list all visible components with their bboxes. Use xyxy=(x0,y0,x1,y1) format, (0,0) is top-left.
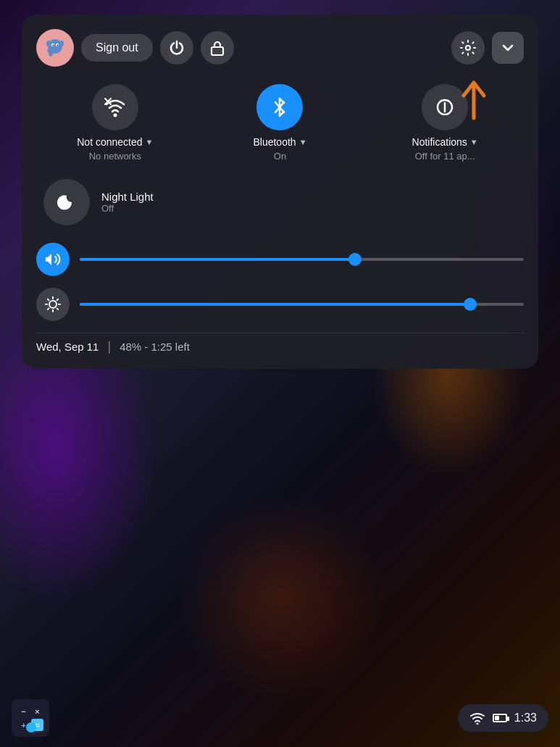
night-light-section: Night Light Off xyxy=(36,179,524,225)
lock-button[interactable] xyxy=(201,31,234,64)
notifications-label: Notifications ▼ xyxy=(412,136,478,148)
night-light-circle xyxy=(43,179,90,225)
notifications-dropdown-arrow: ▼ xyxy=(470,138,478,146)
volume-slider-track[interactable] xyxy=(80,258,524,261)
taskbar: − × + = 1:33 xyxy=(0,689,560,747)
bluetooth-toggle[interactable]: Bluetooth ▼ On xyxy=(201,84,359,162)
wifi-circle xyxy=(92,84,138,130)
wifi-dropdown-arrow: ▼ xyxy=(146,138,154,146)
arrow-indicator xyxy=(458,78,490,125)
power-button[interactable] xyxy=(160,31,193,64)
night-light-label: Night Light xyxy=(101,191,154,203)
expand-button[interactable] xyxy=(492,32,524,64)
volume-icon[interactable] xyxy=(36,243,70,276)
notifications-toggle[interactable]: Notifications ▼ Off for 11 ap... xyxy=(366,84,524,162)
svg-point-10 xyxy=(466,46,470,50)
brightness-slider-fill xyxy=(80,303,470,306)
bluetooth-label: Bluetooth ▼ xyxy=(253,136,306,148)
status-date: Wed, Sep 11 xyxy=(36,341,99,353)
app-active-dot xyxy=(26,722,36,733)
taskbar-status-pill: 1:33 xyxy=(458,704,548,732)
settings-button[interactable] xyxy=(451,31,485,64)
svg-rect-9 xyxy=(212,47,223,55)
wifi-sublabel: No networks xyxy=(89,151,141,162)
wifi-toggle[interactable]: Not connected ▼ No networks xyxy=(36,84,194,162)
x-cell: × xyxy=(31,705,43,717)
svg-point-8 xyxy=(59,41,64,46)
brightness-slider-thumb xyxy=(464,298,477,311)
quick-settings-panel: Sign out xyxy=(22,14,538,369)
toggles-grid: Not connected ▼ No networks Bluetooth ▼ … xyxy=(36,84,524,162)
svg-point-16 xyxy=(49,301,57,308)
minus-cell: − xyxy=(17,705,30,717)
wifi-label: Not connected ▼ xyxy=(77,136,153,148)
night-light-row[interactable]: Night Light Off xyxy=(43,179,154,225)
svg-point-6 xyxy=(57,45,59,46)
bluetooth-dropdown-arrow: ▼ xyxy=(299,138,307,146)
svg-point-5 xyxy=(53,45,54,46)
volume-slider-fill xyxy=(80,258,355,261)
volume-slider-row xyxy=(36,243,524,276)
taskbar-wifi-icon xyxy=(469,711,485,725)
night-light-sublabel: Off xyxy=(101,203,154,214)
notifications-sublabel: Off for 11 ap... xyxy=(415,151,475,162)
avatar[interactable] xyxy=(36,29,74,67)
svg-point-7 xyxy=(46,41,51,46)
svg-point-2 xyxy=(49,49,53,57)
panel-top-row: Sign out xyxy=(36,29,524,67)
bluetooth-circle xyxy=(256,84,303,130)
taskbar-time: 1:33 xyxy=(514,711,537,725)
brightness-icon[interactable] xyxy=(36,288,70,321)
sign-out-button[interactable]: Sign out xyxy=(81,34,153,62)
bluetooth-sublabel: On xyxy=(274,151,286,162)
taskbar-battery-icon xyxy=(493,714,507,722)
status-bar: Wed, Sep 11 | 48% - 1:25 left xyxy=(36,333,524,354)
svg-point-17 xyxy=(476,723,478,725)
status-divider: | xyxy=(107,339,111,354)
brightness-slider-track[interactable] xyxy=(80,303,524,306)
svg-point-11 xyxy=(113,114,117,117)
status-battery: 48% - 1:25 left xyxy=(120,341,190,353)
brightness-slider-row xyxy=(36,288,524,321)
calculator-app-icon[interactable]: − × + = xyxy=(12,699,49,737)
volume-slider-thumb xyxy=(348,253,362,266)
